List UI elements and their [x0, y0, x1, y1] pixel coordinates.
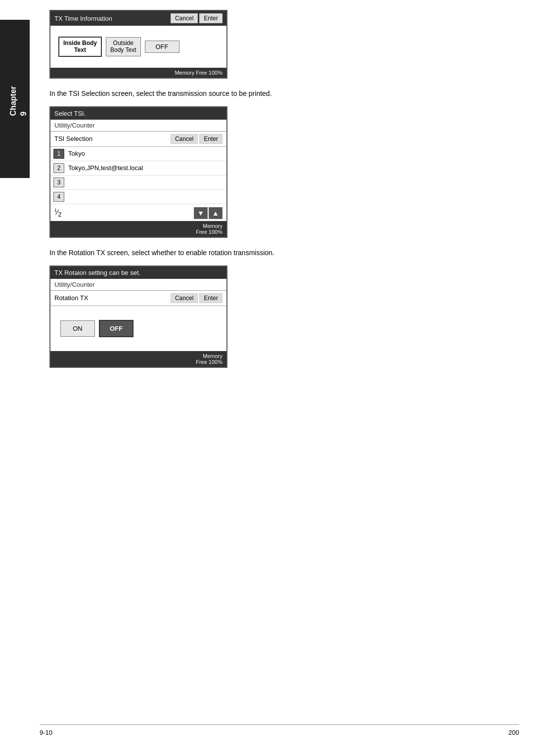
- tsi-row-4[interactable]: 4: [50, 190, 226, 204]
- screen3-body: ON OFF: [50, 306, 226, 351]
- screen3-enter-button[interactable]: Enter: [199, 293, 222, 303]
- screen3-cancel-button[interactable]: Cancel: [171, 293, 198, 303]
- para1-text: In the TSI Selection screen, select the …: [49, 89, 519, 99]
- screen1-title-bar: TX Time Information Cancel Enter: [50, 11, 226, 26]
- chapter-title: Specifying management settings: [34, 56, 42, 141]
- screen2-enter-button[interactable]: Enter: [199, 134, 222, 144]
- screen1-memory: Memory Free 100%: [175, 70, 222, 76]
- screen3-toggle-row: ON OFF: [54, 311, 222, 346]
- tsi-label-2: Tokyo,JPN,test@test.local: [68, 164, 143, 172]
- inside-body-text-tab[interactable]: Inside BodyText: [58, 37, 102, 57]
- screen1-body: Inside BodyText OutsideBody Text OFF: [50, 26, 226, 68]
- screen3-btn-group: Cancel Enter: [171, 293, 222, 303]
- screen3-mockup: TX Rotaion setting can be set. Utility/C…: [49, 266, 227, 368]
- nav-down-button[interactable]: ▼: [194, 207, 208, 219]
- screen1-tab-row: Inside BodyText OutsideBody Text OFF: [54, 31, 222, 63]
- page-number-right: 200: [508, 729, 519, 736]
- tsi-page-fraction: 1⁄2: [54, 208, 61, 218]
- tsi-nav-row: 1⁄2 ▼ ▲: [50, 204, 226, 221]
- screen1-enter-button[interactable]: Enter: [199, 13, 222, 23]
- screen1-mockup: TX Time Information Cancel Enter Inside …: [49, 10, 227, 79]
- screen2-info-bar: Select TSI.: [50, 107, 226, 120]
- screen2-subtitle: Utility/Counter: [50, 120, 226, 132]
- tsi-row-2[interactable]: 2 Tokyo,JPN,test@test.local: [50, 161, 226, 176]
- screen3-info-label: TX Rotaion setting can be set.: [54, 269, 140, 276]
- screen3-info-bar: TX Rotaion setting can be set.: [50, 267, 226, 279]
- screen3-title: Rotation TX: [54, 294, 88, 302]
- tsi-row-3[interactable]: 3: [50, 176, 226, 190]
- tsi-num-3: 3: [53, 178, 64, 187]
- screen3-memory: MemoryFree 100%: [196, 353, 222, 365]
- nav-btn-group: ▼ ▲: [194, 207, 222, 219]
- screen2-cancel-button[interactable]: Cancel: [171, 134, 198, 144]
- screen2-footer: MemoryFree 100%: [50, 221, 226, 237]
- screen1-title: TX Time Information: [54, 15, 112, 22]
- main-content: TX Time Information Cancel Enter Inside …: [40, 0, 534, 398]
- screen1-cancel-button[interactable]: Cancel: [171, 13, 198, 23]
- screen1-off-button[interactable]: OFF: [145, 41, 179, 53]
- screen2-mockup: Select TSI. Utility/Counter TSI Selectio…: [49, 106, 227, 238]
- para2-text: In the Rotation TX screen, select whethe…: [49, 248, 519, 258]
- page-footer: 9-10 200: [40, 724, 519, 736]
- screen1-btn-group: Cancel Enter: [171, 13, 222, 23]
- screen3-subtitle: Utility/Counter: [50, 279, 226, 291]
- tsi-num-2: 2: [53, 163, 64, 173]
- chapter-tab: Chapter 9 Specifying management settings: [0, 20, 30, 178]
- screen1-footer: Memory Free 100%: [50, 68, 226, 78]
- screen3-footer: MemoryFree 100%: [50, 351, 226, 367]
- screen2-title: TSI Selection: [54, 135, 92, 142]
- tsi-row-1[interactable]: 1 Tokyo: [50, 147, 226, 161]
- tsi-num-4: 4: [53, 192, 64, 202]
- chapter-number: Chapter 9: [8, 86, 29, 116]
- screen2-header-row: TSI Selection Cancel Enter: [50, 132, 226, 147]
- nav-up-button[interactable]: ▲: [209, 207, 222, 219]
- screen2-body: 1 Tokyo 2 Tokyo,JPN,test@test.local 3 4: [50, 147, 226, 221]
- screen3-on-button[interactable]: ON: [60, 320, 95, 337]
- screen2-memory: MemoryFree 100%: [196, 223, 222, 235]
- screen3-header-row: Rotation TX Cancel Enter: [50, 291, 226, 306]
- screen3-off-button[interactable]: OFF: [99, 320, 134, 337]
- screen2-info-label: Select TSI.: [54, 110, 86, 117]
- tsi-label-1: Tokyo: [68, 150, 85, 157]
- outside-body-text-tab[interactable]: OutsideBody Text: [106, 37, 140, 56]
- page-number-left: 9-10: [40, 729, 52, 736]
- tsi-num-1: 1: [53, 149, 64, 159]
- screen2-btn-group: Cancel Enter: [171, 134, 222, 144]
